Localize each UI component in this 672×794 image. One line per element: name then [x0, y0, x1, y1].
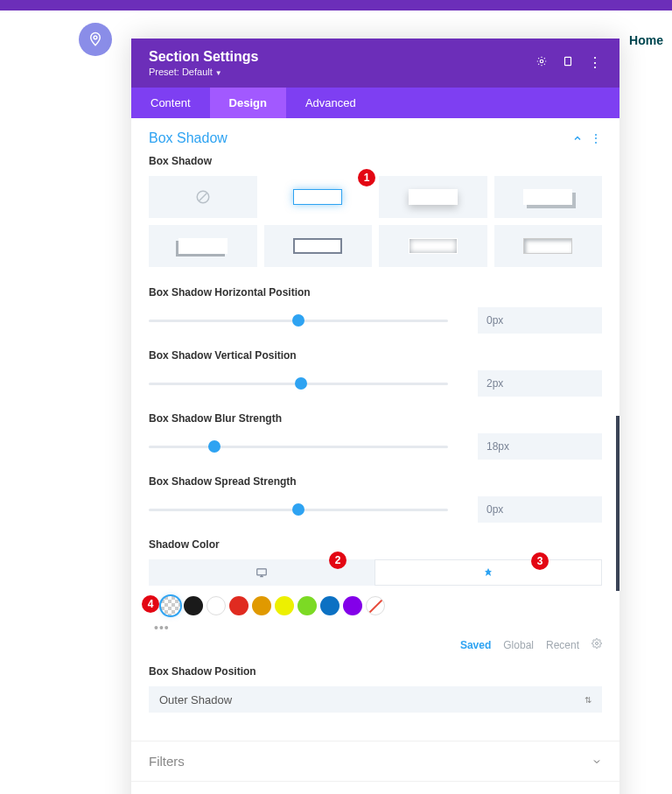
- color-tab-desktop[interactable]: 2: [149, 559, 374, 586]
- swatch-blue[interactable]: [320, 596, 340, 615]
- shadow-preset-3[interactable]: [494, 176, 603, 218]
- color-mode-tabs: 2 3: [149, 559, 602, 586]
- tab-advanced[interactable]: Advanced: [286, 88, 375, 118]
- label-position: Box Shadow Position: [149, 665, 602, 678]
- slider-thumb[interactable]: [292, 503, 304, 516]
- modal-header: Section Settings Preset: Default ▼ ⋮: [131, 39, 620, 88]
- label-blur: Box Shadow Blur Strength: [149, 412, 602, 425]
- main-tabs: Content Design Advanced: [131, 88, 620, 118]
- gear-icon[interactable]: [592, 638, 602, 651]
- svg-point-0: [94, 36, 97, 39]
- label-shadow-color: Shadow Color: [149, 538, 602, 551]
- slider-horizontal[interactable]: [149, 320, 448, 322]
- color-tab-pin[interactable]: 3: [374, 559, 602, 586]
- label-spread: Box Shadow Spread Strength: [149, 475, 602, 488]
- color-swatches: 4: [149, 596, 602, 615]
- modal-title: Section Settings: [149, 49, 258, 65]
- callout-1: 1: [358, 169, 375, 186]
- slider-spread[interactable]: [149, 509, 448, 511]
- shadow-preset-6[interactable]: [379, 225, 487, 267]
- palette-tab-recent[interactable]: Recent: [546, 639, 579, 651]
- slider-thumb[interactable]: [292, 314, 304, 327]
- shadow-preset-2[interactable]: [379, 176, 487, 218]
- shadow-preset-5[interactable]: [264, 225, 373, 267]
- nav-home-link[interactable]: Home: [629, 33, 663, 47]
- settings-modal: Section Settings Preset: Default ▼ ⋮ Con…: [131, 39, 620, 794]
- tab-content[interactable]: Content: [131, 88, 210, 118]
- scrollbar[interactable]: [616, 416, 620, 591]
- select-value: Outer Shadow: [159, 693, 232, 706]
- logo: [79, 23, 112, 56]
- shadow-preset-7[interactable]: [494, 225, 603, 267]
- shadow-preset-4[interactable]: [149, 225, 257, 267]
- label-horizontal: Box Shadow Horizontal Position: [149, 286, 602, 299]
- swatch-more-icon[interactable]: •••: [154, 621, 602, 635]
- section-header[interactable]: Box Shadow ⋮: [131, 118, 620, 155]
- chevron-up-icon[interactable]: [572, 133, 583, 144]
- callout-4: 4: [142, 595, 159, 613]
- value-horizontal[interactable]: 0px: [478, 307, 602, 334]
- swatch-transparent[interactable]: [161, 596, 180, 615]
- section-title: Box Shadow: [149, 130, 228, 146]
- svg-rect-2: [565, 57, 571, 65]
- section-filters[interactable]: Filters: [131, 741, 620, 781]
- palette-tab-saved[interactable]: Saved: [460, 639, 491, 651]
- callout-2: 2: [329, 552, 346, 569]
- tab-design[interactable]: Design: [210, 88, 286, 118]
- label-vertical: Box Shadow Vertical Position: [149, 349, 602, 362]
- swatch-green[interactable]: [298, 596, 317, 615]
- palette-tabs: Saved Global Recent: [149, 638, 602, 651]
- panel-body: Box Shadow 1 Box Shadow Horizontal Posit…: [131, 155, 620, 725]
- chevron-down-icon: [592, 756, 602, 767]
- preset-selector[interactable]: Preset: Default ▼: [149, 67, 258, 77]
- value-blur[interactable]: 18px: [478, 433, 602, 460]
- slider-blur[interactable]: [149, 446, 448, 448]
- shadow-preset-grid: 1: [149, 176, 602, 267]
- swatch-black[interactable]: [184, 596, 203, 615]
- select-arrows-icon: ⇅: [584, 695, 592, 705]
- slider-thumb[interactable]: [208, 440, 220, 453]
- value-vertical[interactable]: 2px: [478, 370, 602, 397]
- swatch-clear[interactable]: [366, 596, 385, 615]
- shadow-preset-1[interactable]: 1: [264, 176, 373, 218]
- hover-options-icon[interactable]: [536, 55, 548, 71]
- select-position[interactable]: Outer Shadow ⇅: [149, 686, 602, 713]
- palette-tab-global[interactable]: Global: [503, 639, 534, 651]
- swatch-orange[interactable]: [252, 596, 271, 615]
- swatch-yellow[interactable]: [275, 596, 294, 615]
- svg-rect-4: [257, 569, 267, 575]
- slider-thumb[interactable]: [295, 377, 307, 390]
- callout-3: 3: [531, 552, 549, 570]
- swatch-red[interactable]: [229, 596, 248, 615]
- value-spread[interactable]: 0px: [478, 496, 602, 523]
- responsive-icon[interactable]: [562, 55, 574, 71]
- label-box-shadow: Box Shadow: [149, 155, 602, 167]
- section-transform[interactable]: Transform: [131, 781, 620, 794]
- swatch-white[interactable]: [206, 596, 226, 615]
- top-bar: [0, 0, 672, 11]
- slider-vertical[interactable]: [149, 383, 448, 385]
- section-more-icon[interactable]: ⋮: [590, 131, 602, 145]
- svg-point-1: [540, 60, 543, 63]
- svg-point-5: [596, 643, 598, 645]
- shadow-preset-none[interactable]: [149, 176, 257, 218]
- more-icon[interactable]: ⋮: [588, 56, 602, 70]
- swatch-purple[interactable]: [343, 596, 362, 615]
